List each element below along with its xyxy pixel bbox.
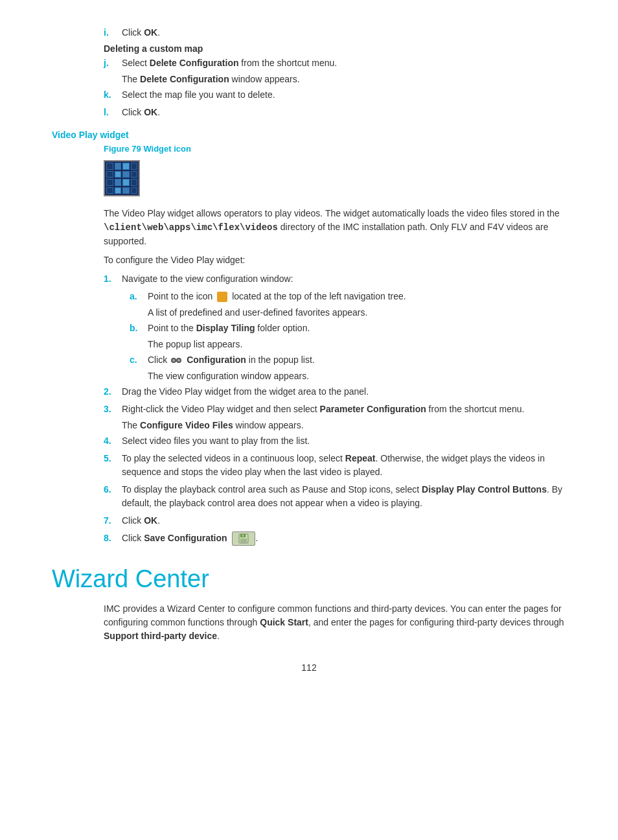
step-1c-container: c. Click Configuration in the popup list… — [130, 353, 566, 381]
step-1: 1. Navigate to the view configuration wi… — [104, 272, 566, 286]
step-i-suffix: . — [157, 27, 160, 38]
step-k-content: Select the map file you want to delete. — [122, 88, 566, 102]
step-l-content: Click OK. — [122, 106, 566, 119]
film-cell-7 — [122, 171, 130, 178]
step-3-bold-sub: Configure Video Files — [140, 420, 233, 430]
step-1-marker: 1. — [104, 272, 122, 286]
step-1a-container: a. Point to the icon located at the top … — [130, 290, 566, 318]
step-1c-content: Click Configuration in the popup list. — [148, 353, 566, 367]
steps-container: 1. Navigate to the view configuration wi… — [104, 272, 566, 546]
config-icon-svg — [171, 356, 183, 364]
step-6-content: To display the playback control area suc… — [122, 483, 566, 510]
step-2: 2. Drag the Video Play widget from the w… — [104, 385, 566, 399]
film-cell-13 — [106, 187, 113, 194]
wizard-heading: Wizard Center — [52, 565, 566, 593]
step-1c-marker: c. — [130, 353, 148, 367]
step-5-content: To play the selected videos in a continu… — [122, 452, 566, 479]
step-l-suffix: . — [157, 107, 160, 117]
step-7-content: Click OK. — [122, 514, 566, 528]
step-7-marker: 7. — [104, 514, 122, 528]
step-k: k. Select the map file you want to delet… — [104, 88, 566, 102]
step-5-marker: 5. — [104, 452, 122, 479]
floppy-slot — [242, 535, 244, 537]
video-desc-1: The Video Play widget allows operators t… — [104, 208, 560, 218]
nav-tree-icon — [217, 292, 227, 302]
wizard-section: Wizard Center IMC provides a Wizard Cent… — [52, 565, 566, 643]
film-cell-4 — [131, 163, 138, 170]
film-cell-10 — [115, 179, 122, 186]
step-8-bold: Save Configuration — [144, 533, 227, 543]
step-j-bold2: Delete Configuration — [140, 74, 229, 84]
film-cell-5 — [106, 171, 113, 178]
step-6-marker: 6. — [104, 483, 122, 510]
step-k-marker: k. — [104, 88, 122, 102]
step-i-content: Click OK. — [122, 26, 566, 40]
widget-icon — [104, 160, 140, 196]
step-1a-content: Point to the icon located at the top of … — [148, 290, 566, 303]
step-3-marker: 3. — [104, 402, 122, 416]
step-1c-bold: Configuration — [187, 355, 246, 365]
step-4: 4. Select video files you want to play f… — [104, 434, 566, 448]
step-l-text: Click — [122, 107, 144, 117]
film-cell-8 — [131, 171, 138, 178]
film-cell-11 — [122, 179, 130, 186]
step-1a-sub: A list of predefined and user-defined fa… — [148, 307, 566, 318]
step-2-marker: 2. — [104, 385, 122, 399]
figure-container: Figure 79 Widget icon — [104, 144, 566, 196]
film-cell-9 — [106, 179, 113, 186]
film-row-3 — [106, 179, 137, 186]
page-number: 112 — [52, 662, 566, 673]
step-j-sub: The Delete Configuration window appears. — [122, 74, 566, 84]
step-1-content: Navigate to the view configuration windo… — [122, 272, 566, 286]
wizard-desc: IMC provides a Wizard Center to configur… — [104, 602, 566, 643]
step-1b: b. Point to the Display Tiling folder op… — [130, 321, 566, 335]
step-j-marker: j. — [104, 56, 122, 70]
step-j-content: Select Delete Configuration from the sho… — [122, 56, 566, 70]
config-icon — [171, 356, 183, 364]
film-cell-15 — [122, 187, 130, 194]
step-2-content: Drag the Video Play widget from the widg… — [122, 385, 566, 399]
step-j: j. Select Delete Configuration from the … — [104, 56, 566, 84]
step-i-bold: OK — [144, 27, 157, 38]
step-j-text1: Select — [122, 58, 150, 68]
step-8-marker: 8. — [104, 531, 122, 546]
film-strip-graphic — [106, 163, 137, 194]
film-cell-6 — [115, 171, 122, 178]
step-l-bold: OK — [144, 107, 157, 117]
step-1a: a. Point to the icon located at the top … — [130, 290, 566, 303]
gear-circle-inner-1 — [172, 359, 175, 362]
step-1a-marker: a. — [130, 290, 148, 303]
step-7-bold: OK — [144, 515, 157, 526]
film-cell-3 — [122, 163, 130, 170]
configure-intro: To configure the Video Play widget: — [104, 253, 566, 267]
step-3-content: Right-click the Video Play widget and th… — [122, 402, 566, 416]
step-j-middle: from the shortcut menu. — [238, 58, 337, 68]
film-cell-14 — [115, 187, 122, 194]
video-path: \client\web\apps\imc\flex\videos — [104, 222, 278, 233]
video-section: Video Play widget Figure 79 Widget icon — [52, 130, 566, 546]
video-desc: The Video Play widget allows operators t… — [104, 207, 566, 248]
save-button-icon — [232, 531, 255, 546]
step-8-content: Click Save Configuration . — [122, 531, 566, 546]
step-j-sub-text: The — [122, 74, 140, 84]
wizard-bold-1: Quick Start — [260, 617, 308, 627]
step-1b-container: b. Point to the Display Tiling folder op… — [130, 321, 566, 349]
deleting-heading-container: Deleting a custom map — [104, 43, 566, 54]
deleting-heading: Deleting a custom map — [104, 43, 566, 54]
film-cell-1 — [106, 163, 113, 170]
wizard-suffix: . — [217, 631, 220, 641]
step-3-sub: The Configure Video Files window appears… — [122, 420, 566, 430]
save-floppy-svg — [238, 533, 249, 544]
step-3-bold: Parameter Configuration — [320, 404, 426, 414]
step-i-marker: i. — [104, 26, 122, 40]
floppy-disk — [240, 539, 247, 542]
step-6: 6. To display the playback control area … — [104, 483, 566, 510]
step-1c-sub: The view configuration window appears. — [148, 371, 566, 381]
step-1b-content: Point to the Display Tiling folder optio… — [148, 321, 566, 335]
step-5: 5. To play the selected videos in a cont… — [104, 452, 566, 479]
step-j-sub-end: window appears. — [229, 74, 300, 84]
step-i-text: Click — [122, 27, 144, 38]
video-section-label: Video Play widget — [52, 130, 566, 140]
film-cell-2 — [115, 163, 122, 170]
step-4-content: Select video files you want to play from… — [122, 434, 566, 448]
